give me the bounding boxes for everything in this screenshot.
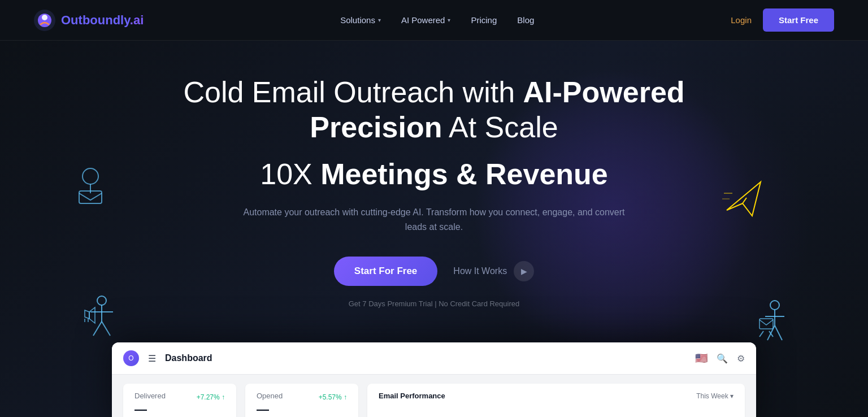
dashboard-title-right: 🇺🇸 🔍 ⚙ (695, 352, 745, 364)
svg-line-18 (767, 325, 775, 340)
delivered-label: Delivered (134, 392, 166, 400)
logo-text: Outboundly.ai (61, 13, 144, 28)
delivered-badge: +7.27% ↑ (197, 393, 225, 401)
svg-line-21 (760, 331, 763, 337)
delivered-card-header: Delivered +7.27% ↑ (134, 392, 225, 402)
nav-item-ai-powered[interactable]: AI Powered ▾ (401, 15, 451, 25)
hero-subheadline: 10X Meetings & Revenue (163, 157, 705, 192)
start-free-button[interactable]: Start Free (763, 8, 834, 32)
email-perf-label: Email Performance (379, 392, 445, 400)
dashboard-titlebar: O ☰ Dashboard 🇺🇸 🔍 ⚙ (112, 342, 756, 375)
opened-card: Opened +5.57% ↑ — (245, 384, 358, 417)
svg-point-3 (83, 168, 98, 184)
chevron-down-icon: ▾ (448, 17, 450, 23)
deco-paper-plane (721, 176, 766, 224)
navbar: Outboundly.ai Solutions ▾ AI Powered ▾ P… (0, 0, 868, 41)
flag-icon: 🇺🇸 (695, 352, 708, 364)
svg-line-19 (775, 325, 782, 340)
week-selector[interactable]: This Week ▾ (696, 392, 734, 400)
settings-icon[interactable]: ⚙ (737, 353, 745, 364)
svg-rect-20 (760, 319, 773, 329)
delivered-card: Delivered +7.27% ↑ — (123, 384, 236, 417)
hero-description: Automate your outreach with cutting-edge… (236, 205, 632, 234)
deco-stickman-right (744, 296, 795, 349)
nav-item-solutions[interactable]: Solutions ▾ (340, 15, 381, 25)
nav-item-blog[interactable]: Blog (517, 15, 534, 25)
dash-logo: O (123, 350, 139, 366)
start-for-free-button[interactable]: Start For Free (334, 257, 437, 286)
email-performance-card: Email Performance This Week ▾ (367, 384, 745, 417)
hero-headline: Cold Email Outreach with AI-Powered Prec… (163, 75, 705, 145)
nav-right: Login Start Free (731, 8, 834, 32)
svg-line-10 (102, 322, 110, 336)
svg-point-6 (97, 296, 106, 305)
dashboard-preview: O ☰ Dashboard 🇺🇸 🔍 ⚙ Delivered +7.27% ↑ … (112, 342, 756, 417)
nav-links: Solutions ▾ AI Powered ▾ Pricing Blog (340, 15, 534, 25)
dashboard-title-left: O ☰ Dashboard (123, 350, 212, 366)
play-icon: ▶ (514, 261, 534, 281)
hero-section: Cold Email Outreach with AI-Powered Prec… (0, 41, 868, 417)
chevron-down-icon: ▾ (378, 17, 381, 23)
login-link[interactable]: Login (731, 15, 752, 25)
deco-stickman-left (73, 290, 130, 349)
hero-trial-text: Get 7 Days Premium Trial | No Credit Car… (163, 299, 705, 308)
email-perf-header: Email Performance This Week ▾ (379, 392, 734, 400)
search-icon[interactable]: 🔍 (717, 353, 728, 364)
deco-email-left (73, 165, 113, 207)
hero-cta: Start For Free How It Works ▶ (163, 257, 705, 286)
nav-item-pricing[interactable]: Pricing (471, 15, 497, 25)
dashboard-body: Delivered +7.27% ↑ — Opened +5.57% ↑ — E… (112, 375, 756, 417)
svg-point-15 (770, 301, 779, 310)
opened-badge: +5.57% ↑ (319, 393, 347, 401)
logo[interactable]: Outboundly.ai (34, 10, 144, 31)
opened-label: Opened (257, 392, 283, 400)
svg-point-2 (42, 15, 47, 20)
opened-card-header: Opened +5.57% ↑ (257, 392, 347, 402)
delivered-value: — (134, 402, 225, 417)
dashboard-title-label: Dashboard (165, 353, 212, 363)
how-it-works-link[interactable]: How It Works ▶ (453, 261, 534, 281)
hero-content: Cold Email Outreach with AI-Powered Prec… (163, 75, 705, 308)
opened-value: — (257, 402, 347, 417)
svg-line-9 (93, 322, 102, 336)
menu-icon: ☰ (148, 353, 156, 364)
